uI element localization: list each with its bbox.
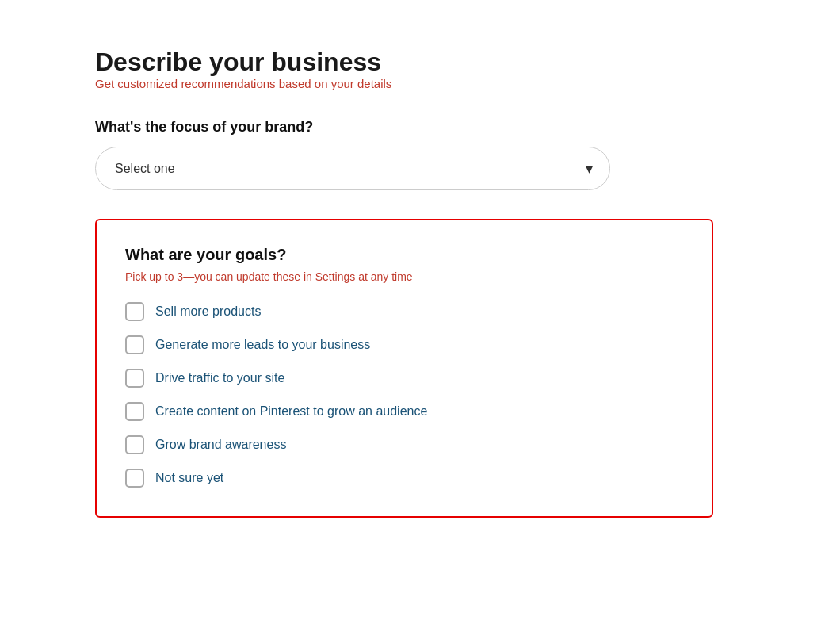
goals-title: What are your goals? [125,246,683,264]
brand-focus-select-wrapper: Select one ▾ [95,147,610,190]
brand-focus-select[interactable]: Select one [95,147,610,190]
checkbox-label-create-content: Create content on Pinterest to grow an a… [155,404,427,419]
checkbox-box-generate-leads[interactable] [125,335,144,354]
checkbox-box-not-sure[interactable] [125,469,144,488]
goals-section: What are your goals? Pick up to 3—you ca… [95,219,713,518]
checkbox-box-grow-brand[interactable] [125,435,144,454]
checkbox-label-drive-traffic: Drive traffic to your site [155,371,284,385]
brand-focus-label: What's the focus of your brand? [95,119,745,136]
checkbox-item-generate-leads[interactable]: Generate more leads to your business [125,335,683,354]
page-title: Describe your business [95,48,745,77]
checkbox-item-not-sure[interactable]: Not sure yet [125,469,683,488]
checkbox-label-generate-leads: Generate more leads to your business [155,338,370,352]
checkbox-item-drive-traffic[interactable]: Drive traffic to your site [125,369,683,388]
checkbox-label-grow-brand: Grow brand awareness [155,438,286,452]
checkbox-box-create-content[interactable] [125,402,144,421]
goals-list: Sell more productsGenerate more leads to… [125,302,683,488]
checkbox-label-sell-more: Sell more products [155,304,261,319]
checkbox-item-create-content[interactable]: Create content on Pinterest to grow an a… [125,402,683,421]
checkbox-item-grow-brand[interactable]: Grow brand awareness [125,435,683,454]
checkbox-box-drive-traffic[interactable] [125,369,144,388]
checkbox-item-sell-more[interactable]: Sell more products [125,302,683,321]
checkbox-box-sell-more[interactable] [125,302,144,321]
checkbox-label-not-sure: Not sure yet [155,471,223,485]
goals-subtitle: Pick up to 3—you can update these in Set… [125,270,683,283]
page-subtitle: Get customized recommendations based on … [95,77,745,90]
